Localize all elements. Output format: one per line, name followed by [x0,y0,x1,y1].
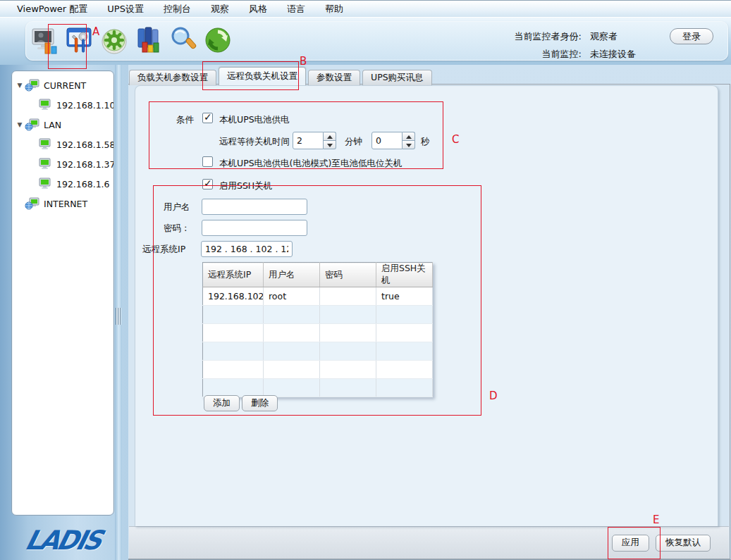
minutes-input[interactable] [293,132,324,149]
cell-remote-ip: 192.168.102. [203,287,264,306]
tree-node-label: CURRENT [44,80,86,91]
battery-power-label: 本机UPS电池供电 [219,114,290,126]
tab-bar: 负载关机参数设置 远程负载关机设置 参数设置 UPS购买讯息 [129,68,434,85]
refresh-icon[interactable] [203,25,233,57]
sidebar-splitter[interactable] [115,65,122,560]
data-log-icon [134,25,164,56]
minutes-spinner [293,132,336,149]
tab-content-panel: 条件 本机UPS电池供电 远程等待关机时间 分钟 秒 本 [135,85,718,526]
menu-view[interactable]: 观察 [201,1,239,18]
device-icon [37,158,53,170]
identity-label: 当前监控者身份: [469,30,582,43]
low-battery-shutdown-checkbox[interactable] [202,156,213,167]
table-empty-row[interactable] [203,379,433,397]
identity-value: 观察者 [582,30,670,43]
table-empty-row[interactable] [203,342,433,361]
tree-node-device[interactable]: 192.168.1.100 [12,95,113,115]
add-button[interactable]: 添加 [204,395,240,411]
cell-password [320,287,376,306]
table-row[interactable]: 192.168.102. root true [203,287,433,306]
menu-language[interactable]: 语言 [277,1,315,18]
menu-ups-settings[interactable]: UPS设置 [97,1,154,18]
device-icon [37,99,53,111]
delete-button[interactable]: 删除 [242,395,278,411]
menu-console[interactable]: 控制台 [154,1,201,18]
seconds-input[interactable] [371,132,403,149]
table-empty-row[interactable] [203,324,433,342]
tree-node-device[interactable]: 192.168.1.37 [12,154,113,174]
tree-node-current[interactable]: ▼ CURRENT [12,75,113,95]
monitor-status-block: 当前监控者身份: 观察者 登录 当前监控: 未连接设备 [469,27,713,63]
tree-node-label: 192.168.1.100 [56,100,114,111]
data-log-icon[interactable] [134,25,164,57]
low-battery-shutdown-label: 本机UPS电池供电(电池模式)至电池低电位关机 [219,158,402,170]
device-settings-icon[interactable] [65,25,94,57]
vendor-logo: LADIS [1,523,125,556]
col-username: 用户名 [264,263,320,287]
search-icon [168,25,198,56]
tree-node-label: 192.168.1.58 [56,139,114,150]
expander-icon[interactable]: ▼ [15,82,25,89]
tree-node-internet[interactable]: INTERNET [12,194,113,213]
tab-ups-purchase-info[interactable]: UPS购买讯息 [362,70,432,85]
minutes-down-button[interactable] [324,140,336,149]
search-device-icon[interactable] [168,25,198,57]
seconds-down-button[interactable] [403,140,415,149]
seconds-up-button[interactable] [403,132,415,140]
minutes-up-button[interactable] [324,132,336,140]
cell-username: root [264,287,320,306]
network-group-icon [25,79,40,92]
toolbar: 当前监控者身份: 观察者 登录 当前监控: 未连接设备 [0,17,731,65]
seconds-unit-label: 秒 [421,136,430,148]
table-header-row: 远程系统IP 用户名 密码 启用SSH关机 [203,263,433,287]
minutes-unit-label: 分钟 [345,136,362,148]
toolbar-panel: 当前监控者身份: 观察者 登录 当前监控: 未连接设备 [25,21,728,61]
password-label: 密码： [164,223,190,235]
current-monitor-value: 未连接设备 [582,48,670,61]
monitor-status-icon[interactable] [30,25,60,57]
device-icon [37,138,53,151]
enable-ssh-label: 启用SSH关机 [219,180,272,192]
menu-help[interactable]: 帮助 [315,1,353,18]
enable-ssh-checkbox[interactable] [202,179,213,189]
cell-ssh-enabled: true [376,287,433,306]
ssh-host-table: 远程系统IP 用户名 密码 启用SSH关机 192.168.102. root … [202,262,433,397]
device-icon [37,178,53,190]
battery-power-checkbox[interactable] [202,113,213,123]
username-label: 用户名 [164,201,190,213]
current-monitor-label: 当前监控: [469,48,582,61]
condition-label: 条件 [176,114,194,126]
menu-viewpower-config[interactable]: ViewPower 配置 [7,1,97,18]
tree-node-label: 192.168.1.6 [56,179,110,189]
tree-node-label: 192.168.1.37 [56,159,114,170]
tree-node-lan[interactable]: ▼ LAN [12,115,113,135]
menu-style[interactable]: 风格 [239,1,277,18]
monitor-status-icon [31,26,59,56]
username-input[interactable] [202,199,307,215]
tree-node-label: LAN [44,120,61,130]
tab-remote-load-shutdown[interactable]: 远程负载关机设置 [219,67,306,85]
col-remote-ip: 远程系统IP [203,263,264,287]
device-tree: ▼ CURRENT 192.168.1.100 [11,70,114,516]
table-empty-row[interactable] [203,306,433,324]
password-input[interactable] [202,220,307,236]
apply-button[interactable]: 应用 [612,535,649,552]
remote-ip-label: 远程系统IP [142,244,185,256]
device-settings-icon [65,25,94,56]
expander-icon[interactable]: ▼ [15,121,25,128]
tree-node-device[interactable]: 192.168.1.6 [12,174,113,194]
restore-default-button[interactable]: 恢复默认 [656,535,711,552]
col-password: 密码 [320,263,376,287]
remote-ip-input[interactable] [201,241,293,257]
col-ssh-enabled: 启用SSH关机 [376,263,433,287]
system-config-icon [99,25,129,56]
wait-time-label: 远程等待关机时间 [219,136,290,148]
tab-parameter-settings[interactable]: 参数设置 [308,70,360,85]
login-button[interactable]: 登录 [670,28,713,44]
splitter-grip-icon[interactable] [116,308,121,325]
seconds-spinner [371,132,415,149]
table-empty-row[interactable] [203,361,433,379]
tree-node-device[interactable]: 192.168.1.58 [12,135,113,154]
tab-load-shutdown-params[interactable]: 负载关机参数设置 [129,70,216,85]
system-config-icon[interactable] [99,25,129,57]
